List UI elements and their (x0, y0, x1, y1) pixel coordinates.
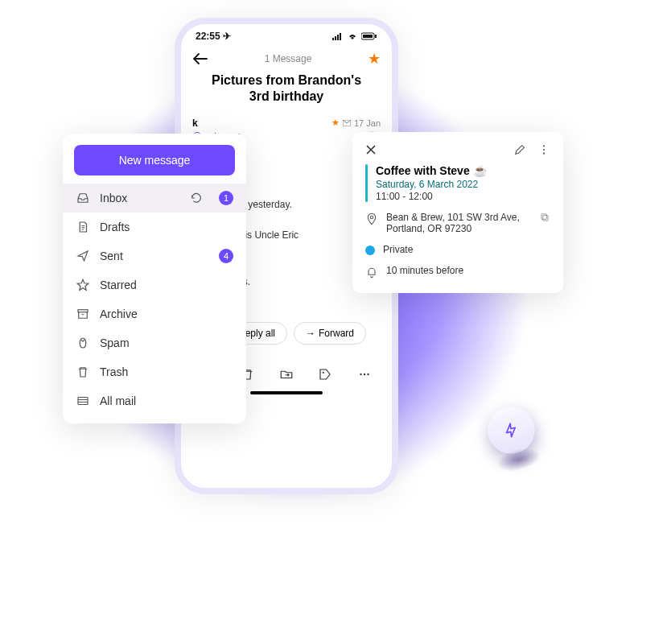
svg-point-18 (543, 153, 545, 155)
svg-point-19 (370, 216, 373, 218)
event-title: Coffee with Steve ☕ (376, 164, 487, 177)
sidebar-item-label: All mail (100, 394, 136, 407)
sidebar-item-label: Trash (100, 365, 128, 378)
mail-sidebar: New message Inbox 1 Drafts Sent 4 Starre… (63, 134, 246, 423)
sidebar-item-label: Sent (100, 250, 123, 262)
close-icon[interactable] (365, 144, 377, 155)
svg-point-11 (360, 374, 361, 375)
svg-rect-2 (337, 35, 339, 40)
more-icon[interactable] (357, 367, 372, 382)
bell-icon (365, 266, 378, 279)
event-header: Coffee with Steve ☕ Saturday, 6 March 20… (365, 164, 550, 202)
edit-icon[interactable] (513, 143, 526, 156)
svg-point-13 (367, 374, 369, 375)
drafts-icon (76, 220, 90, 234)
calendar-color-dot (365, 246, 375, 255)
spam-icon (76, 336, 90, 350)
sidebar-item-inbox[interactable]: Inbox 1 (63, 184, 246, 213)
allmail-icon (76, 394, 90, 408)
sidebar-item-starred[interactable]: Starred (63, 270, 246, 299)
svg-rect-3 (340, 33, 341, 40)
badge: 1 (219, 191, 233, 205)
event-time: 11:00 - 12:00 (376, 191, 487, 202)
event-location-row: Bean & Brew, 101 SW 3rd Ave, Portland, O… (365, 212, 550, 234)
refresh-icon[interactable] (190, 192, 203, 204)
event-reminder-row: 10 minutes before (365, 265, 550, 279)
event-reminder: 10 minutes before (386, 265, 463, 276)
event-accent-bar (365, 164, 368, 202)
star-icon (76, 278, 90, 292)
trash-icon (76, 365, 90, 379)
svg-point-12 (364, 374, 365, 375)
label-icon[interactable] (318, 367, 332, 382)
status-indicators (332, 32, 377, 40)
email-subject: Pictures from Brandon's 3rd birthday (189, 71, 384, 113)
status-time: 22:55 ✈ (196, 31, 231, 42)
svg-point-17 (543, 149, 545, 151)
sidebar-item-label: Archive (100, 308, 138, 320)
message-count: 1 Message (265, 53, 312, 64)
envelope-mini-icon (343, 120, 351, 126)
inbox-icon (76, 191, 90, 205)
event-date: Saturday, 6 March 2022 (376, 179, 487, 190)
bolt-icon (500, 419, 522, 441)
svg-rect-14 (78, 310, 88, 312)
sidebar-item-sent[interactable]: Sent 4 (63, 242, 246, 270)
svg-rect-1 (335, 36, 336, 40)
sent-icon (76, 249, 90, 263)
calendar-event-card: Coffee with Steve ☕ Saturday, 6 March 20… (352, 132, 563, 293)
new-message-button[interactable]: New message (74, 145, 235, 175)
svg-point-16 (543, 145, 545, 147)
badge: 4 (219, 249, 233, 263)
sidebar-item-label: Drafts (100, 221, 130, 233)
sidebar-item-allmail[interactable]: All mail (63, 386, 246, 415)
sidebar-item-label: Inbox (100, 192, 127, 204)
move-folder-icon[interactable] (279, 367, 294, 382)
svg-rect-21 (542, 214, 546, 219)
event-location: Bean & Brew, 101 SW 3rd Ave, Portland, O… (386, 212, 531, 234)
back-arrow-icon[interactable] (192, 53, 208, 64)
wifi-icon (347, 32, 358, 40)
svg-rect-15 (78, 398, 88, 405)
sidebar-item-label: Starred (100, 279, 137, 291)
sidebar-item-trash[interactable]: Trash (63, 357, 246, 386)
svg-rect-5 (363, 35, 373, 38)
copy-icon[interactable] (539, 212, 550, 223)
sidebar-item-drafts[interactable]: Drafts (63, 213, 246, 242)
event-top-bar (365, 143, 550, 156)
signal-icon (332, 32, 344, 40)
battery-icon (361, 32, 377, 40)
svg-rect-20 (543, 216, 548, 221)
sidebar-item-spam[interactable]: Spam (63, 328, 246, 357)
forward-button[interactable]: →Forward (294, 322, 366, 345)
email-meta: ★ 17 Jan (332, 118, 381, 128)
sender-name: k (192, 118, 241, 129)
star-icon[interactable]: ★ (368, 50, 381, 68)
sidebar-item-label: Spam (100, 336, 130, 349)
location-icon (365, 213, 378, 225)
event-visibility-row: Private (365, 244, 550, 255)
svg-rect-6 (375, 35, 377, 38)
more-vertical-icon[interactable] (537, 143, 550, 156)
svg-point-10 (323, 372, 324, 374)
status-bar: 22:55 ✈ (189, 29, 384, 43)
archive-icon (76, 307, 90, 321)
event-visibility: Private (383, 244, 413, 255)
svg-rect-0 (332, 38, 334, 40)
home-indicator (250, 391, 323, 394)
nav-row: 1 Message ★ (189, 43, 384, 71)
sidebar-item-archive[interactable]: Archive (63, 299, 246, 328)
